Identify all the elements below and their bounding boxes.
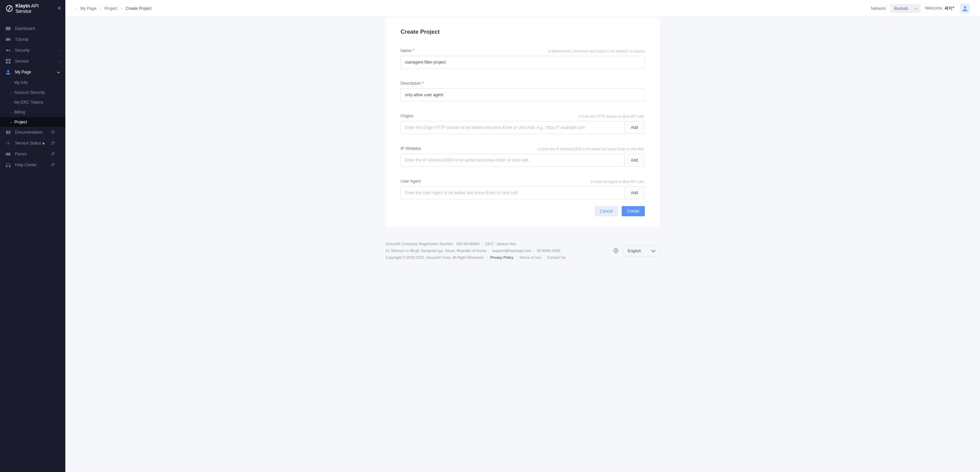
footer: GroundX Company Registration Number : 35… bbox=[65, 234, 980, 268]
sidebar-item-security[interactable]: Security › bbox=[0, 45, 65, 56]
description-label: Description * bbox=[401, 81, 424, 86]
svg-point-22 bbox=[964, 6, 966, 8]
chevron-right-icon: › bbox=[121, 6, 122, 11]
name-label: Name * bbox=[401, 48, 414, 53]
sidebar-subitem-accountsecurity[interactable]: -Account Security bbox=[0, 87, 65, 97]
breadcrumb: › My Page › Project › Create Project bbox=[76, 6, 151, 11]
cancel-button[interactable]: Cancel bbox=[595, 206, 618, 216]
footer-privacy-link[interactable]: Privacy Policy bbox=[490, 255, 513, 259]
field-description: Description * bbox=[401, 81, 645, 101]
sidebar-item-servicestatus[interactable]: Service Status bbox=[0, 138, 65, 149]
name-input[interactable] bbox=[401, 56, 645, 69]
external-link-icon bbox=[51, 163, 54, 167]
svg-point-15 bbox=[8, 143, 9, 144]
book-icon bbox=[5, 130, 11, 135]
sidebar-item-mypage[interactable]: My Page bbox=[0, 67, 65, 78]
field-useragent: User Agent ※ Enter the Agent to allow AP… bbox=[401, 179, 645, 199]
svg-rect-8 bbox=[6, 62, 8, 64]
dashboard-icon bbox=[5, 26, 11, 31]
origins-hint: ※ Enter the HTTP domain to allow API cal… bbox=[578, 114, 645, 118]
key-icon bbox=[5, 48, 11, 53]
footer-contact-link[interactable]: Contact Us bbox=[547, 255, 565, 259]
ua-hint: ※ Enter the Agent to allow API calls. bbox=[590, 180, 645, 184]
sidebar-item-helpcenter[interactable]: Help Center bbox=[0, 159, 65, 170]
chevron-right-icon: › bbox=[100, 6, 101, 11]
ip-input[interactable] bbox=[401, 154, 624, 167]
svg-rect-0 bbox=[6, 27, 11, 30]
svg-point-10 bbox=[7, 70, 9, 72]
name-hint: ※ Alphanumeric characters and hypen(-) a… bbox=[548, 49, 645, 53]
globe-icon bbox=[613, 248, 619, 254]
sidebar-item-service[interactable]: Service › bbox=[0, 56, 65, 67]
description-input[interactable] bbox=[401, 88, 645, 101]
chevron-down-icon bbox=[651, 249, 655, 253]
avatar[interactable] bbox=[960, 4, 970, 13]
svg-rect-9 bbox=[8, 62, 11, 64]
ip-add-button[interactable]: Add bbox=[624, 154, 645, 167]
svg-rect-6 bbox=[6, 59, 8, 61]
ua-add-button[interactable]: Add bbox=[624, 186, 645, 199]
footer-email[interactable]: support@klaytnapi.com bbox=[492, 249, 531, 253]
grid-icon bbox=[5, 59, 11, 64]
sidebar-header: Klaytn API Service bbox=[0, 0, 65, 17]
field-name: Name * ※ Alphanumeric characters and hyp… bbox=[401, 48, 645, 69]
sidebar-subitem-project[interactable]: -Project bbox=[0, 117, 65, 127]
sidebar-item-tutorial[interactable]: Tutorial bbox=[0, 34, 65, 45]
svg-rect-11 bbox=[6, 130, 8, 134]
sidebar: Klaytn API Service Dashboard Tutorial Se… bbox=[0, 0, 65, 472]
ua-label: User Agent bbox=[401, 179, 421, 184]
origins-input[interactable] bbox=[401, 121, 624, 134]
chevron-down-icon bbox=[57, 70, 60, 74]
footer-reg: GroundX Company Registration Number : 35… bbox=[385, 242, 479, 246]
breadcrumb-item[interactable]: Project bbox=[105, 6, 117, 11]
footer-terms-link[interactable]: Terms of Use bbox=[519, 255, 541, 259]
user-icon bbox=[5, 70, 11, 75]
header: › My Page › Project › Create Project Net… bbox=[65, 0, 980, 17]
headphones-icon bbox=[5, 162, 11, 167]
svg-rect-1 bbox=[6, 38, 9, 41]
field-origins: Origins ※ Enter the HTTP domain to allow… bbox=[401, 114, 645, 134]
network-label: Network bbox=[871, 6, 886, 11]
svg-marker-2 bbox=[9, 38, 11, 41]
logo-text: Klaytn API Service bbox=[15, 3, 54, 14]
sidebar-collapse-icon[interactable] bbox=[57, 6, 61, 11]
sidebar-nav: Dashboard Tutorial Security › Service › … bbox=[0, 17, 65, 170]
ip-hint: ※ Enter the IP Address/CIDR to be added … bbox=[538, 147, 645, 151]
footer-ceo: CEO : Jaesun Han bbox=[485, 242, 517, 246]
sidebar-item-documentation[interactable]: Documentation bbox=[0, 127, 65, 138]
welcome-text: Welcome, 곽지* bbox=[925, 5, 954, 11]
logo-icon bbox=[6, 5, 13, 12]
breadcrumb-item-current: Create Project bbox=[126, 6, 152, 11]
create-project-card: Create Project Name * ※ Alphanumeric cha… bbox=[385, 17, 660, 227]
chevron-right-icon: › bbox=[59, 59, 60, 63]
external-link-icon bbox=[51, 130, 54, 134]
language-select[interactable]: English bbox=[624, 246, 660, 256]
chevron-right-icon: › bbox=[59, 49, 60, 52]
page-title: Create Project bbox=[401, 29, 645, 35]
sidebar-subitem-billing[interactable]: -Billing bbox=[0, 107, 65, 117]
ua-input[interactable] bbox=[401, 186, 624, 199]
origins-add-button[interactable]: Add bbox=[624, 121, 645, 134]
sidebar-item-dashboard[interactable]: Dashboard bbox=[0, 23, 65, 34]
sidebar-subitem-myinfo[interactable]: -My Info bbox=[0, 78, 65, 87]
create-button[interactable]: Create bbox=[622, 206, 645, 216]
field-ipwhitelist: IP Whitelist ※ Enter the IP Address/CIDR… bbox=[401, 146, 645, 167]
status-dot-icon bbox=[43, 143, 45, 145]
sidebar-subitem-erctokens[interactable]: -My ERC Tokens bbox=[0, 97, 65, 107]
chevron-down-icon bbox=[914, 6, 917, 11]
svg-rect-12 bbox=[8, 130, 10, 134]
svg-rect-20 bbox=[9, 165, 10, 167]
network-select[interactable]: Baobab bbox=[891, 4, 920, 13]
external-link-icon bbox=[51, 153, 54, 156]
footer-copyright: Copyright © 2020-2021. GroundX Corp. All… bbox=[385, 255, 485, 259]
tutorial-icon bbox=[5, 37, 11, 42]
breadcrumb-item[interactable]: My Page bbox=[80, 6, 96, 11]
svg-rect-5 bbox=[10, 50, 10, 51]
svg-rect-19 bbox=[6, 165, 7, 167]
status-icon bbox=[5, 141, 11, 146]
origins-label: Origins bbox=[401, 114, 414, 118]
footer-phone: 02-6005-2400 bbox=[537, 249, 560, 253]
sidebar-item-forum[interactable]: Forum bbox=[0, 149, 65, 159]
ip-label: IP Whitelist bbox=[401, 146, 421, 151]
footer-addr: 11 Teheran-ro 98-gil, Gangnam-gu, Seoul,… bbox=[385, 249, 486, 253]
